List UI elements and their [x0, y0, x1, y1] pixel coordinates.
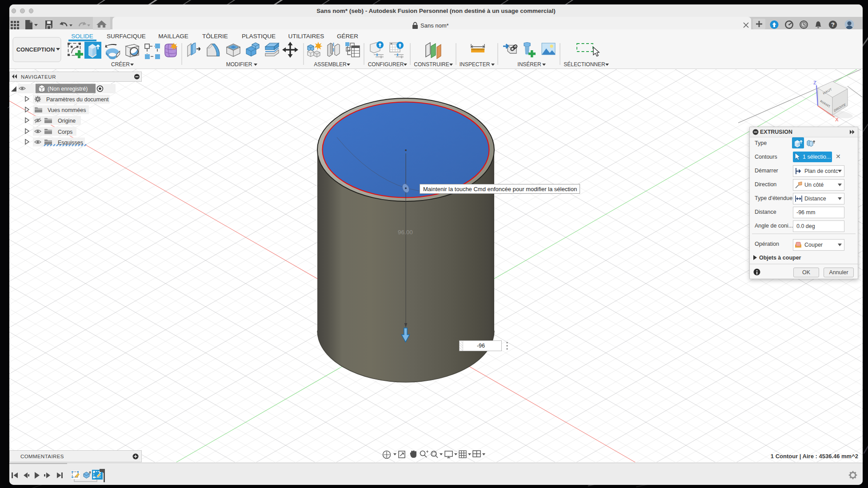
svg-text:GÉRER: GÉRER: [337, 33, 358, 40]
svg-text:MAILLAGE: MAILLAGE: [158, 33, 188, 40]
svg-text:Paramètres du document: Paramètres du document: [46, 96, 109, 103]
svg-text:(Non enregistré): (Non enregistré): [48, 86, 88, 92]
svg-text:TÔLERIE: TÔLERIE: [202, 33, 228, 40]
svg-text:Corps: Corps: [58, 129, 72, 135]
svg-text:SOLIDE: SOLIDE: [71, 33, 93, 40]
svg-text:?: ?: [831, 21, 835, 28]
svg-text:UTILITAIRES: UTILITAIRES: [288, 33, 324, 40]
svg-text:Sans nom*: Sans nom*: [420, 22, 449, 29]
svg-text:SURFACIQUE: SURFACIQUE: [107, 33, 146, 40]
svg-text:Origine: Origine: [58, 118, 76, 124]
svg-text:Vues nommées: Vues nommées: [48, 107, 86, 113]
svg-text:PLASTIQUE: PLASTIQUE: [242, 33, 276, 40]
svg-text:X: X: [835, 117, 839, 122]
svg-text:96.00: 96.00: [398, 229, 413, 236]
svg-text:Z: Z: [813, 80, 816, 85]
